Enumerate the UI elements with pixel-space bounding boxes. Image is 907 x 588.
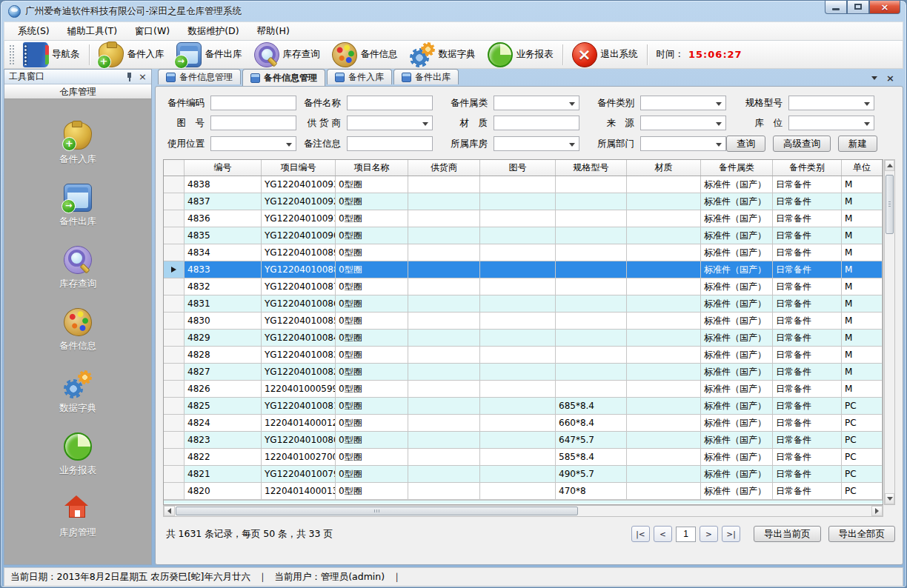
export-all-pages-button[interactable]: 导出全部页 <box>828 526 896 542</box>
scroll-right-button[interactable] <box>871 506 883 516</box>
table-row[interactable]: 4833YG122040100880型圈标准件（国产）日常备件M <box>164 261 883 278</box>
table-row[interactable]: 4837YG122040100920型圈标准件（国产）日常备件M <box>164 193 883 210</box>
location-select[interactable] <box>788 116 874 130</box>
cell-material <box>627 483 701 500</box>
toolbar-grip[interactable] <box>9 44 14 65</box>
first-page-button[interactable]: |< <box>631 526 650 542</box>
table-row[interactable]: 4830YG122040100850型圈标准件（国产）日常备件M <box>164 313 883 330</box>
cell-unit: M <box>842 193 883 210</box>
table-row[interactable]: 4828YG122040100830型圈标准件（国产）日常备件M <box>164 347 883 364</box>
column-header[interactable]: 供货商 <box>408 160 480 176</box>
maximize-button[interactable] <box>847 0 869 14</box>
warehouse-select[interactable] <box>494 136 579 151</box>
column-header[interactable]: 单位 <box>842 160 883 176</box>
sidebar-item-business-report[interactable]: 业务报表 <box>59 432 96 477</box>
table-row[interactable]: 4825YG122040100810型圈685*8.4标准件（国产）日常备件PC <box>164 398 883 415</box>
export-current-page-button[interactable]: 导出当前页 <box>754 526 821 542</box>
table-row[interactable]: 4836YG122040100910型圈标准件（国产）日常备件M <box>164 210 883 227</box>
parts-outbound-button[interactable]: 备件出库 <box>170 41 248 68</box>
sidebar-item-parts-inbound[interactable]: 备件入库 <box>59 121 96 166</box>
column-header[interactable]: 项目编号 <box>262 160 336 176</box>
vertical-scrollbar[interactable] <box>884 159 895 505</box>
parts-inbound-button[interactable]: 备件入库 <box>93 41 170 68</box>
column-header[interactable]: 备件类别 <box>773 160 842 176</box>
part-code-input[interactable] <box>210 96 296 110</box>
row-indicator <box>164 432 185 449</box>
table-row[interactable]: 4834YG122040100890型圈标准件（国产）日常备件M <box>164 244 883 261</box>
navbar-button[interactable]: 导航条 <box>17 41 86 68</box>
column-header[interactable]: 材质 <box>627 160 701 176</box>
query-button[interactable]: 查询 <box>726 136 765 152</box>
sidebar-item-inventory-query[interactable]: 库存查询 <box>59 246 96 290</box>
table-row[interactable]: 4832YG122040100870型圈标准件（国产）日常备件M <box>164 278 883 295</box>
next-page-button[interactable]: > <box>700 526 718 542</box>
source-select[interactable] <box>640 116 726 130</box>
menu-item[interactable]: 辅助工具(T) <box>59 22 126 41</box>
advanced-query-button[interactable]: 高级查询 <box>773 136 831 152</box>
table-row[interactable]: 4831YG122040100860型圈标准件（国产）日常备件M <box>164 295 883 313</box>
table-row[interactable]: 482612204010005990型圈标准件（国产）日常备件M <box>164 381 883 398</box>
supplier-select[interactable] <box>347 116 433 130</box>
column-header[interactable]: 图号 <box>480 160 556 176</box>
use-position-select[interactable] <box>210 136 296 151</box>
department-select[interactable] <box>640 136 726 151</box>
tab-close-icon[interactable]: × <box>886 73 894 83</box>
inventory-query-button[interactable]: 库存查询 <box>248 41 326 68</box>
sidebar-item-warehouse-manage[interactable]: 库房管理 <box>59 495 96 539</box>
menu-item[interactable]: 窗口(W) <box>126 22 179 41</box>
column-header[interactable]: 规格型号 <box>556 160 627 176</box>
table-row[interactable]: 4829YG122040100840型圈标准件（国产）日常备件M <box>164 330 883 347</box>
drawing-no-input[interactable] <box>210 116 296 130</box>
spec-model-select[interactable] <box>788 96 874 110</box>
horizontal-scroll-thumb[interactable] <box>176 507 578 515</box>
table-row[interactable]: 4835YG122040100900型圈标准件（国产）日常备件M <box>164 227 883 244</box>
sidebar-close-icon[interactable]: × <box>139 72 147 81</box>
material-input[interactable] <box>494 116 579 130</box>
cell-type: 日常备件 <box>773 415 842 432</box>
scroll-up-button[interactable] <box>885 160 894 171</box>
table-row[interactable]: 4827YG122040100820型圈标准件（国产）日常备件M <box>164 364 883 381</box>
close-button[interactable]: × <box>869 0 900 14</box>
new-button[interactable]: 新建 <box>838 136 877 152</box>
column-header[interactable]: 备件属类 <box>701 160 773 176</box>
prev-page-button[interactable]: < <box>654 526 672 542</box>
sidebar-item-data-dictionary[interactable]: 数据字典 <box>59 370 96 415</box>
pin-icon[interactable] <box>126 73 133 81</box>
menu-item[interactable]: 帮助(H) <box>248 22 299 41</box>
exit-system-button[interactable]: 退出系统 <box>566 41 644 68</box>
table-row[interactable]: 482012204014000130型圈470*8标准件（国产）日常备件PC <box>164 483 883 500</box>
table-row[interactable]: 4821YG122040100790型圈490*5.7标准件（国产）日常备件PC <box>164 466 883 483</box>
tab-item[interactable]: 备件入库 <box>327 69 392 84</box>
part-category-select[interactable] <box>494 96 579 110</box>
vertical-scroll-thumb[interactable] <box>886 175 894 234</box>
data-dictionary-button[interactable]: 数据字典 <box>404 41 482 68</box>
tab-item[interactable]: 备件出库 <box>393 69 459 84</box>
business-report-button[interactable]: 业务报表 <box>482 41 559 68</box>
menu-item[interactable]: 系统(S) <box>9 22 59 41</box>
part-type-select[interactable] <box>640 96 726 110</box>
column-header[interactable]: 编号 <box>185 160 262 176</box>
chevron-down-icon <box>864 102 870 106</box>
remark-input[interactable] <box>347 136 433 151</box>
horizontal-scrollbar[interactable] <box>163 505 883 517</box>
scroll-down-button[interactable] <box>885 493 894 504</box>
table-row[interactable]: 4823YG122040100800型圈647*5.7标准件（国产）日常备件PC <box>164 432 883 449</box>
table-row[interactable]: 482412204014000120型圈660*8.4标准件（国产）日常备件PC <box>164 415 883 432</box>
column-header[interactable]: 项目名称 <box>336 160 408 176</box>
parts-info-button[interactable]: 备件信息 <box>326 41 404 68</box>
sidebar-item-parts-info[interactable]: 备件信息 <box>59 308 96 353</box>
table-row[interactable]: 4838YG122040100930型圈标准件（国产）日常备件M <box>164 176 883 193</box>
minimize-button[interactable] <box>825 0 847 14</box>
tab-item[interactable]: 备件信息管理 <box>242 69 325 86</box>
scroll-left-button[interactable] <box>164 506 175 516</box>
menu-item[interactable]: 数据维护(D) <box>179 22 247 41</box>
sidebar-item-parts-outbound[interactable]: 备件出库 <box>59 184 96 228</box>
part-name-input[interactable] <box>347 96 433 110</box>
cell-category: 标准件（国产） <box>701 483 773 500</box>
last-page-button[interactable]: >| <box>722 526 740 542</box>
sidebar-group-header[interactable]: 仓库管理 <box>4 84 151 99</box>
table-row[interactable]: 482212204010027000型圈585*8.4标准件（国产）日常备件PC <box>164 449 883 466</box>
tab-item[interactable]: 备件信息管理 <box>158 69 241 84</box>
page-number-input[interactable] <box>676 527 696 542</box>
tab-list-dropdown-icon[interactable] <box>871 76 877 80</box>
